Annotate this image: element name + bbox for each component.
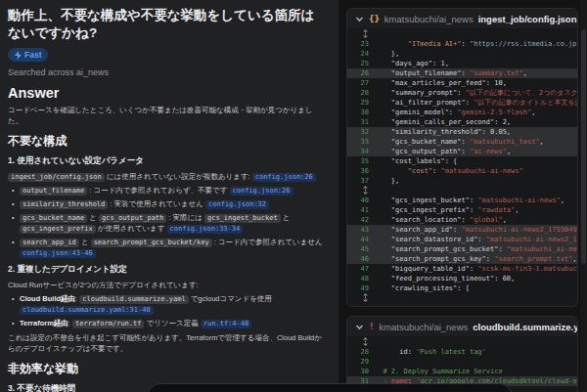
inline-code: gcs_ingest_bucket	[204, 214, 281, 223]
scrollbar-thumb[interactable]	[581, 29, 586, 264]
file-reference-link[interactable]: cloudbuild.summarize.yaml:31-48	[20, 306, 154, 315]
answer-text: : 実際には	[166, 213, 204, 222]
question-input[interactable]	[147, 383, 513, 392]
code-line: 35 "cost_labels": {	[347, 156, 577, 166]
chevron-down-icon[interactable]	[355, 15, 364, 23]
answer-text: 3. 不要な待機時間	[8, 383, 75, 392]
inline-code: search_app_id	[20, 239, 79, 247]
answer-bullet: similarity_threshold : 実装で使用されていません conf…	[20, 198, 327, 209]
line-number: 37	[347, 176, 375, 186]
chevron-down-icon[interactable]	[355, 323, 364, 331]
line-number: 36	[347, 166, 375, 176]
folded-region-row[interactable]	[347, 293, 577, 303]
file-reference-link[interactable]: config.json:26	[252, 173, 316, 182]
code-reference-panel: {}kmatsubuchi/ai_newsingest_job/config.j…	[339, 0, 587, 392]
inline-code: output_filename	[20, 187, 87, 196]
file-reference-link[interactable]: config.json:43-46	[20, 249, 96, 258]
answer-text: : 実装で使用されていません	[108, 199, 205, 208]
line-number: 45	[347, 244, 375, 254]
line-number: 32	[347, 127, 375, 137]
line-number: 26	[347, 68, 375, 78]
code-line: 36 "cost": "matsubuchi-ai-news"	[347, 166, 577, 176]
line-number: 28	[347, 347, 375, 357]
answer-p: これは設定の不整合を引き起こす可能性があります。Terraformで管理する場合…	[8, 332, 327, 354]
repo-name: kmatsubuchi/ai_news	[384, 14, 474, 24]
fast-mode-badge[interactable]: Fast	[8, 48, 48, 62]
code-line: 44 "search_datastore_id": "matsubuchi-ai…	[347, 235, 577, 244]
answer-text: 不要な構成	[8, 134, 67, 148]
filetype-icon: {}	[369, 14, 380, 23]
code-block-header[interactable]: {}kmatsubuchi/ai_newsingest_job/config.j…	[347, 9, 577, 28]
inline-code: gcs_bucket_name	[20, 214, 87, 223]
folded-region-row[interactable]	[347, 337, 577, 347]
line-number: 30	[347, 367, 375, 376]
code-line: 28 "summary_prompt": "以下の記事について、2つのタスクを実…	[347, 88, 577, 98]
file-reference-link[interactable]: run.tf:4-48	[201, 320, 251, 328]
unfold-icon[interactable]	[347, 29, 375, 39]
inline-code: search_prompt_gcs_bucket/key	[91, 239, 212, 247]
answer-text: : コード内で参照されておらず、不要です	[87, 186, 229, 195]
code-blocks: {}kmatsubuchi/ai_newsingest_job/config.j…	[346, 8, 578, 392]
code-line: 43 "search_app_id": "matsubuchi-ai-news2…	[347, 225, 577, 235]
line-number: 41	[347, 205, 375, 215]
file-reference-link[interactable]: config.json:32	[205, 200, 269, 209]
code-line: 29 "ai_filter_prompt": "以下の記事のタイトルと本文を読み…	[347, 98, 577, 108]
searched-across-label: Searched across ai_news	[8, 67, 327, 77]
answer-p: ingest_job/config.json には使用されていない設定が複数あり…	[8, 171, 327, 182]
answer-bullet: search_app_id と search_prompt_gcs_bucket…	[20, 237, 327, 258]
code-line: 32 "similarity_threshold": 0.05,	[347, 127, 577, 137]
code-line: 27 "max_articles_per_feed": 10,	[347, 78, 577, 88]
line-number: 29	[347, 357, 375, 367]
answer-text: と	[87, 213, 99, 222]
answer-heading: Answer	[8, 85, 327, 101]
line-number: 42	[347, 215, 375, 225]
answer-text: と	[281, 213, 291, 222]
unfold-icon[interactable]	[347, 293, 375, 303]
line-number: 44	[347, 235, 375, 244]
app-window: 動作上、不要な構成や不要な挙動をしている箇所はないですかね? Fast Sear…	[0, 0, 587, 392]
bold-text: Cloud Build経由	[20, 294, 75, 303]
answer-h3: 2. 重複したデプロイメント設定	[8, 264, 327, 276]
inline-code: terraform/run.tf	[72, 320, 144, 328]
code-line: 30 "gemini_model": "gemini-2.5-flash",	[347, 108, 577, 117]
line-number: 25	[347, 59, 375, 68]
line-number: 49	[347, 283, 375, 293]
code-line: 47 "bigquery_table_id": "scsk-ms-fin3-1.…	[347, 264, 577, 274]
line-number: 30	[347, 108, 375, 117]
inline-code: ingest_job/config.json	[8, 173, 105, 182]
answer-h2: 不要な構成	[8, 133, 327, 150]
answer-text: 1. 使用されていない設定パラメータ	[8, 155, 144, 165]
file-name: ingest_job/config.json	[478, 14, 577, 24]
file-reference-link[interactable]: config.json:26	[230, 187, 294, 196]
answer-text: 非効率な挙動	[8, 362, 78, 375]
answer-bullet: output_filename : コード内で参照されておらず、不要です con…	[20, 185, 327, 196]
line-number: 35	[347, 156, 375, 166]
line-number: 46	[347, 254, 375, 264]
code-line: 28 id: 'Push latest tag'	[347, 347, 577, 357]
code-block-body: 23 "ITmedia AI+": "https://rss.itmedia.c…	[347, 28, 577, 306]
answer-text: が使用されています	[96, 224, 167, 233]
line-number: 23	[347, 39, 375, 49]
file-name: cloudbuild.summarize.yaml	[473, 322, 578, 332]
bold-text: Terraform経由	[20, 319, 68, 327]
file-reference-link[interactable]: config.json:33-34	[167, 225, 244, 234]
filetype-icon: !	[369, 322, 374, 331]
code-block-header[interactable]: !kmatsubuchi/ai_newscloudbuild.summarize…	[347, 317, 577, 336]
answer-h2: 非効率な挙動	[8, 361, 327, 377]
line-number: 33	[347, 137, 375, 147]
answer-bullet: gcs_bucket_name と gcs_output_path : 実際には…	[20, 212, 327, 234]
scrollbar-track[interactable]	[580, 0, 587, 392]
inline-code: gcs_output_path	[99, 214, 166, 223]
unfold-icon[interactable]	[347, 186, 375, 196]
unfold-icon[interactable]	[347, 337, 375, 347]
folded-region-row[interactable]	[347, 29, 577, 39]
answer-text: と	[79, 238, 91, 246]
line-number: 29	[347, 98, 375, 108]
answer-text: 2. 重複したデプロイメント設定	[8, 264, 127, 274]
code-line: 49 "crawling_sites": [	[347, 283, 577, 293]
answer-text: これは設定の不整合を引き起こす可能性があります。Terraformで管理する場合…	[8, 333, 322, 353]
folded-region-row[interactable]	[347, 186, 577, 196]
lightning-icon	[15, 51, 22, 60]
line-number: 27	[347, 78, 375, 88]
code-line: 40 "gcs_ingest_bucket": "matsubuchi-ai-n…	[347, 196, 577, 205]
